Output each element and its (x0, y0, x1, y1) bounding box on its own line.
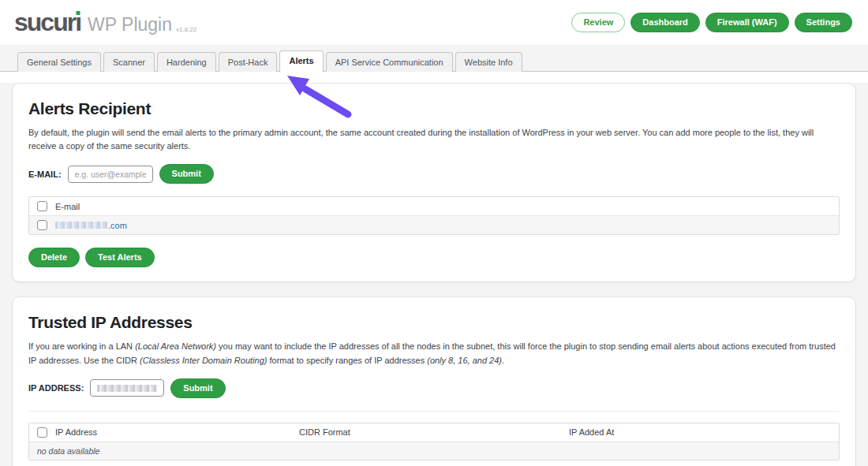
review-button[interactable]: Review (571, 13, 625, 32)
email-row-checkbox[interactable] (37, 220, 47, 230)
email-input[interactable] (68, 166, 153, 183)
ip-added-at-column-header: IP Added At (569, 427, 831, 437)
sucuri-logo: sucurı (14, 9, 80, 35)
test-alerts-button[interactable]: Test Alerts (85, 248, 155, 267)
version-label: v1.8.22 (176, 26, 196, 33)
select-all-ips-checkbox[interactable] (37, 427, 47, 438)
tab-website-info[interactable]: Website Info (455, 52, 522, 72)
brand: sucurı WP Plugin v1.8.22 (14, 9, 200, 35)
app-title: WP Plugin (88, 14, 172, 35)
email-table-header-row: E-mail (29, 197, 839, 215)
trusted-ip-title: Trusted IP Addresses (28, 313, 840, 332)
settings-tab-bar: General Settings Scanner Hardening Post-… (0, 45, 868, 72)
redacted-ip-value (97, 385, 157, 392)
logo-green-dot-i: ı (75, 9, 80, 35)
tab-scanner[interactable]: Scanner (103, 52, 155, 72)
tab-hardening[interactable]: Hardening (157, 52, 216, 72)
ip-table-empty-row: no data available (29, 442, 839, 460)
tab-alerts-label: Alerts (289, 56, 313, 65)
email-label: E-MAIL: (28, 170, 62, 179)
ip-submit-button[interactable]: Submit (170, 378, 225, 398)
alerts-recipient-panel: Alerts Recipient By default, the plugin … (12, 83, 856, 282)
tab-api-service-communication[interactable]: API Service Communication (326, 52, 453, 72)
email-column-header: E-mail (55, 202, 80, 211)
select-all-emails-checkbox[interactable] (37, 201, 47, 211)
tab-panel-top-strip (0, 72, 868, 83)
dashboard-button[interactable]: Dashboard (630, 13, 699, 32)
trusted-ip-table: IP Address CIDR Format IP Added At no da… (28, 423, 840, 460)
email-submit-button[interactable]: Submit (159, 164, 214, 184)
tab-post-hack[interactable]: Post-Hack (219, 52, 278, 72)
email-actions-row: Delete Test Alerts (28, 248, 840, 267)
settings-content: Alerts Recipient By default, the plugin … (0, 83, 868, 466)
ip-address-input[interactable] (90, 379, 164, 397)
ip-address-column-header: IP Address (55, 427, 97, 437)
ip-form-row: IP ADDRESS: Submit (28, 378, 840, 398)
delete-emails-button[interactable]: Delete (28, 248, 80, 267)
ip-address-label: IP ADDRESS: (28, 383, 84, 393)
alerts-recipient-description: By default, the plugin will send the ema… (28, 126, 840, 153)
settings-button[interactable]: Settings (795, 13, 852, 32)
header-nav-buttons: Review Dashboard Firewall (WAF) Settings (571, 13, 852, 32)
ip-table-header-row: IP Address CIDR Format IP Added At (29, 423, 839, 442)
section-divider (28, 411, 840, 412)
tab-alerts[interactable]: Alerts (279, 50, 323, 73)
email-table-row: .com (29, 215, 839, 234)
tab-general-settings[interactable]: General Settings (17, 52, 101, 72)
cidr-format-column-header: CIDR Format (299, 427, 569, 437)
alerts-recipient-title: Alerts Recipient (28, 99, 840, 118)
email-form-row: E-MAIL: Submit (28, 164, 840, 184)
firewall-waf-button[interactable]: Firewall (WAF) (705, 13, 789, 32)
top-header: sucurı WP Plugin v1.8.22 Review Dashboar… (0, 0, 868, 45)
trusted-ip-description: If you are working in a LAN (Local Area … (28, 340, 840, 367)
email-suffix: .com (108, 221, 127, 230)
trusted-ip-panel: Trusted IP Addresses If you are working … (12, 296, 856, 466)
redacted-email-address (55, 222, 107, 229)
email-recipients-table: E-mail .com (28, 196, 840, 235)
